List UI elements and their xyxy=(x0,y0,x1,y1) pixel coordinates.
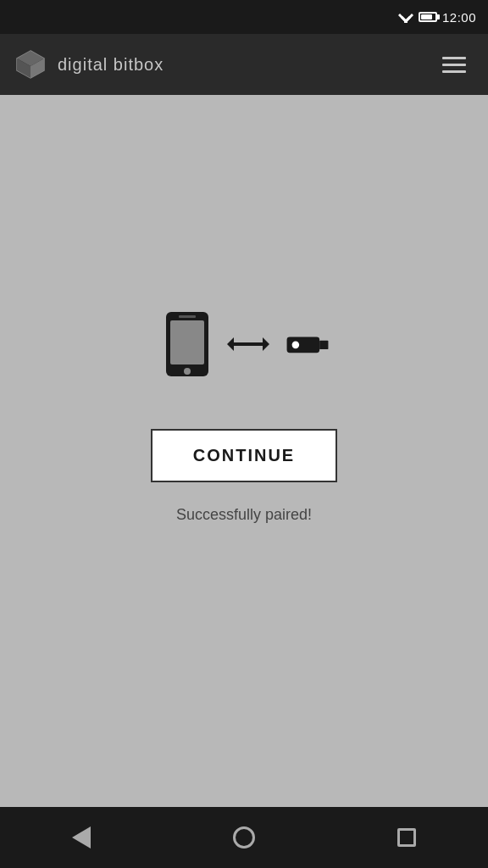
svg-point-9 xyxy=(184,368,191,375)
svg-point-16 xyxy=(292,342,300,349)
home-icon xyxy=(233,826,255,849)
menu-button[interactable] xyxy=(442,49,473,80)
status-bar: 12:00 xyxy=(0,0,488,34)
continue-button[interactable]: CONTINUE xyxy=(151,429,337,482)
phone-icon xyxy=(158,310,217,378)
svg-rect-12 xyxy=(234,342,263,346)
back-icon xyxy=(72,826,91,849)
arrow-icon xyxy=(227,336,269,353)
nav-home-button[interactable] xyxy=(219,812,269,863)
main-content: CONTINUE Successfully paired! xyxy=(0,95,488,807)
recent-icon xyxy=(397,828,416,847)
svg-rect-15 xyxy=(319,341,328,349)
svg-marker-13 xyxy=(263,337,269,351)
svg-rect-8 xyxy=(170,320,204,364)
nav-recent-button[interactable] xyxy=(381,812,432,863)
menu-line-2 xyxy=(442,64,466,66)
usb-device-icon xyxy=(280,329,330,359)
app-logo: digital bitbox xyxy=(15,49,442,80)
menu-line-3 xyxy=(442,70,466,73)
nav-back-button[interactable] xyxy=(56,812,107,863)
pairing-illustration xyxy=(158,310,330,378)
status-time: 12:00 xyxy=(442,10,476,25)
svg-rect-14 xyxy=(287,337,320,353)
menu-line-1 xyxy=(442,57,466,59)
svg-marker-11 xyxy=(227,337,234,351)
success-text: Successfully paired! xyxy=(176,506,312,524)
battery-icon xyxy=(419,12,437,22)
app-logo-icon xyxy=(15,49,46,80)
app-bar: digital bitbox xyxy=(0,34,488,95)
nav-bar xyxy=(0,807,488,868)
svg-rect-10 xyxy=(179,315,196,318)
wifi-icon xyxy=(398,11,413,23)
status-icons: 12:00 xyxy=(398,10,476,25)
app-title: digital bitbox xyxy=(58,55,164,75)
